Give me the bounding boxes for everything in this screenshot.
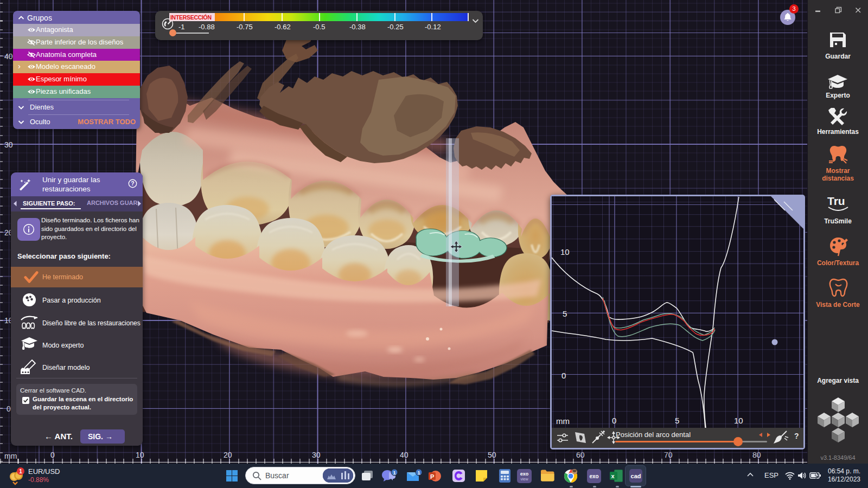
svg-text:exo: exo — [589, 473, 598, 479]
svg-text:cad: cad — [631, 473, 641, 479]
svg-text:5: 5 — [675, 416, 679, 425]
svg-text:x: x — [611, 473, 615, 479]
svg-text:0: 0 — [561, 371, 566, 380]
svg-text:5: 5 — [563, 309, 567, 318]
svg-text:P: P — [430, 473, 434, 480]
svg-text:exo: exo — [520, 471, 529, 477]
svg-text:10: 10 — [560, 247, 570, 256]
svg-text:1: 1 — [393, 470, 395, 476]
svg-text:1: 1 — [19, 468, 22, 474]
svg-text:1: 1 — [417, 470, 420, 476]
svg-text:?: ? — [131, 180, 134, 187]
svg-text:Tru: Tru — [827, 195, 845, 207]
svg-text:0: 0 — [612, 416, 616, 425]
svg-text:10: 10 — [734, 416, 743, 425]
svg-text:view: view — [520, 477, 528, 481]
svg-text:mm: mm — [556, 416, 570, 426]
